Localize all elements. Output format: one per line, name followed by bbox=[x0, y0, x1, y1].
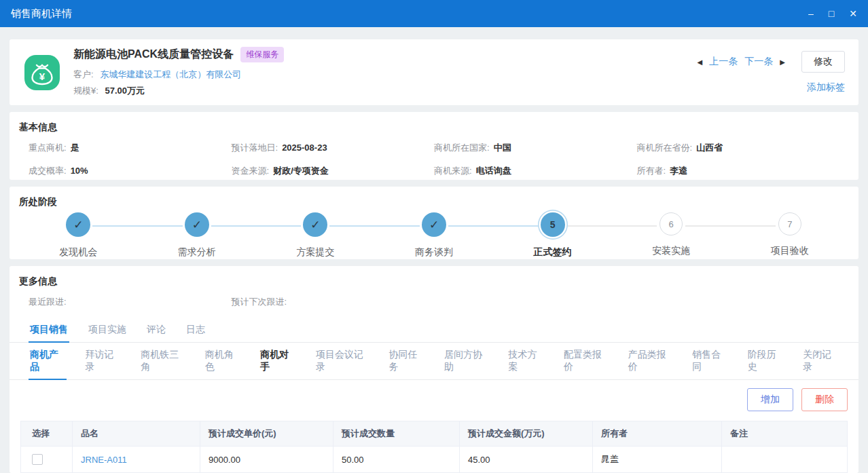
basic-info-title: 基本信息 bbox=[19, 121, 849, 134]
stage-step-4[interactable]: ✓ 商务谈判 bbox=[375, 212, 494, 259]
basic-info-grid: 重点商机:是 预计落地日:2025-08-23 商机所在国家:中国 商机所在省份… bbox=[19, 142, 849, 177]
field-expected-close-date: 预计落地日:2025-08-23 bbox=[232, 142, 435, 154]
subtab-iron-triangle[interactable]: 商机铁三角 bbox=[139, 343, 186, 379]
subtab-stage-history[interactable]: 阶段历史 bbox=[746, 343, 784, 379]
svg-text:¥: ¥ bbox=[39, 71, 46, 82]
stage-step-3[interactable]: ✓ 方案提交 bbox=[256, 212, 375, 259]
more-info-panel: 更多信息 最近跟进: 预计下次跟进: 项目销售 项目实施 评论 日志 商机产品 … bbox=[10, 266, 858, 473]
subtab-opportunity-roles[interactable]: 商机角色 bbox=[204, 343, 242, 379]
subtab-competitors[interactable]: 商机对手 bbox=[259, 343, 297, 379]
subtab-opportunity-products[interactable]: 商机产品 bbox=[29, 343, 67, 379]
follow-up-row: 最近跟进: 预计下次跟进: bbox=[10, 288, 858, 318]
product-name-link[interactable]: JRNE-A011 bbox=[81, 455, 127, 465]
stage-panel-title: 所处阶段 bbox=[19, 196, 849, 208]
window-controls: – □ ✕ bbox=[808, 9, 857, 18]
tab-project-sales[interactable]: 项目销售 bbox=[29, 318, 69, 342]
product-table: 选择 品名 预计成交单价(元) 预计成交数量 预计成交金额(万元) 所有者 备注… bbox=[20, 421, 848, 473]
field-funding-source: 资金来源:财政/专项资金 bbox=[232, 165, 435, 177]
stage-step-1[interactable]: ✓ 发现机会 bbox=[19, 212, 138, 259]
stage-check-icon: ✓ bbox=[66, 212, 90, 237]
field-province: 商机所在省份:山西省 bbox=[637, 142, 840, 154]
field-key-opportunity: 重点商机:是 bbox=[29, 142, 232, 154]
field-recent-follow-up: 最近跟进: bbox=[29, 296, 232, 308]
cell-quantity: 50.00 bbox=[333, 447, 460, 473]
header-product-name: 品名 bbox=[73, 421, 200, 447]
stage-step-6[interactable]: 6 安装实施 bbox=[612, 212, 731, 259]
delete-button[interactable]: 删除 bbox=[801, 388, 848, 411]
subtab-collaborative-tasks[interactable]: 协同任务 bbox=[387, 343, 425, 379]
scale-value: 57.00万元 bbox=[105, 86, 145, 96]
maximize-icon[interactable]: □ bbox=[829, 9, 834, 18]
table-header-row: 选择 品名 预计成交单价(元) 预计成交数量 预计成交金额(万元) 所有者 备注 bbox=[21, 421, 848, 447]
row-select-checkbox[interactable] bbox=[32, 454, 43, 465]
stage-check-icon: ✓ bbox=[422, 212, 446, 237]
subtab-intermediary-assist[interactable]: 居间方协助 bbox=[443, 343, 490, 379]
field-lead-source: 商机来源:电话询盘 bbox=[434, 165, 637, 177]
next-arrow-icon[interactable]: ▶ bbox=[780, 58, 785, 66]
opportunity-text-block: 新能源电池PACK线质量管控设备 维保服务 客户: 东城华建建设工程（北京）有限… bbox=[73, 47, 284, 98]
minimize-icon[interactable]: – bbox=[808, 9, 814, 18]
stage-number-circle: 7 bbox=[778, 212, 801, 235]
subtab-config-quotes[interactable]: 配置类报价 bbox=[562, 343, 609, 379]
table-toolbar: 增加 删除 bbox=[10, 380, 858, 419]
close-icon[interactable]: ✕ bbox=[849, 9, 857, 18]
field-next-follow-up: 预计下次跟进: bbox=[232, 296, 435, 308]
prev-arrow-icon[interactable]: ◀ bbox=[698, 58, 703, 66]
customer-label: 客户: bbox=[73, 69, 94, 79]
cell-owner: 晁盖 bbox=[593, 447, 722, 473]
product-table-wrap: 选择 品名 预计成交单价(元) 预计成交数量 预计成交金额(万元) 所有者 备注… bbox=[10, 419, 858, 473]
subtab-technical-proposal[interactable]: 技术方案 bbox=[507, 343, 545, 379]
subtab-visit-records[interactable]: 拜访记录 bbox=[84, 343, 122, 379]
subtab-product-quotes[interactable]: 产品类报价 bbox=[627, 343, 674, 379]
next-record-link[interactable]: 下一条 bbox=[744, 56, 773, 68]
cell-unit-price: 9000.00 bbox=[200, 447, 333, 473]
sub-tab-bar: 商机产品 拜访记录 商机铁三角 商机角色 商机对手 项目会议记录 协同任务 居间… bbox=[10, 343, 858, 380]
header-owner: 所有者 bbox=[593, 421, 722, 447]
stage-check-icon: ✓ bbox=[303, 212, 327, 237]
opportunity-header-card: ¥ 新能源电池PACK线质量管控设备 维保服务 客户: 东城华建建设工程（北京）… bbox=[10, 39, 858, 105]
tab-comments[interactable]: 评论 bbox=[145, 318, 167, 342]
service-tag-badge: 维保服务 bbox=[240, 47, 284, 62]
opportunity-summary: ¥ 新能源电池PACK线质量管控设备 维保服务 客户: 东城华建建设工程（北京）… bbox=[23, 47, 284, 98]
field-country: 商机所在国家:中国 bbox=[434, 142, 637, 154]
cell-amount: 45.00 bbox=[460, 447, 593, 473]
stage-panel: 所处阶段 ✓ 发现机会 ✓ 需求分析 ✓ 方案提交 ✓ 商务谈判 5 正式签约 bbox=[10, 187, 858, 259]
opportunity-title: 新能源电池PACK线质量管控设备 bbox=[73, 48, 234, 62]
add-button[interactable]: 增加 bbox=[747, 388, 793, 411]
field-owner: 所有者:李逵 bbox=[637, 165, 840, 177]
cell-note bbox=[722, 447, 848, 473]
header-note: 备注 bbox=[722, 421, 848, 447]
scale-label: 规模¥: bbox=[73, 86, 98, 96]
main-tab-bar: 项目销售 项目实施 评论 日志 bbox=[10, 318, 858, 343]
header-amount: 预计成交金额(万元) bbox=[460, 421, 593, 447]
customer-link[interactable]: 东城华建建设工程（北京）有限公司 bbox=[100, 69, 241, 79]
header-unit-price: 预计成交单价(元) bbox=[200, 421, 333, 447]
more-info-title: 更多信息 bbox=[10, 276, 858, 288]
stage-number-circle: 6 bbox=[659, 212, 683, 235]
field-win-probability: 成交概率:10% bbox=[29, 165, 232, 177]
basic-info-panel: 基本信息 重点商机:是 预计落地日:2025-08-23 商机所在国家:中国 商… bbox=[10, 112, 858, 180]
stage-stepper: ✓ 发现机会 ✓ 需求分析 ✓ 方案提交 ✓ 商务谈判 5 正式签约 6 安装实… bbox=[19, 212, 849, 259]
header-actions: ◀ 上一条 下一条 ▶ 修改 添加标签 bbox=[698, 51, 845, 94]
header-quantity: 预计成交数量 bbox=[333, 421, 460, 447]
tab-logs[interactable]: 日志 bbox=[185, 318, 206, 342]
stage-step-5-current[interactable]: 5 正式签约 bbox=[493, 212, 612, 259]
stage-step-2[interactable]: ✓ 需求分析 bbox=[138, 212, 257, 259]
prev-record-link[interactable]: 上一条 bbox=[709, 56, 738, 68]
page-content: ¥ 新能源电池PACK线质量管控设备 维保服务 客户: 东城华建建设工程（北京）… bbox=[0, 27, 868, 473]
edit-button[interactable]: 修改 bbox=[801, 51, 845, 73]
stage-number-circle: 5 bbox=[541, 212, 565, 237]
tab-project-implementation[interactable]: 项目实施 bbox=[87, 318, 128, 342]
window-titlebar: 销售商机详情 – □ ✕ bbox=[0, 0, 868, 27]
window-title: 销售商机详情 bbox=[11, 7, 72, 20]
stage-step-7[interactable]: 7 项目验收 bbox=[730, 212, 849, 259]
header-select: 选择 bbox=[21, 421, 73, 447]
table-row: JRNE-A011 9000.00 50.00 45.00 晁盖 bbox=[21, 447, 848, 473]
add-tag-link[interactable]: 添加标签 bbox=[807, 81, 845, 94]
subtab-meeting-records[interactable]: 项目会议记录 bbox=[314, 343, 369, 379]
money-bag-icon: ¥ bbox=[23, 54, 61, 92]
subtab-close-records[interactable]: 关闭记录 bbox=[801, 343, 839, 379]
stage-check-icon: ✓ bbox=[185, 212, 209, 237]
subtab-sales-contracts[interactable]: 销售合同 bbox=[691, 343, 729, 379]
